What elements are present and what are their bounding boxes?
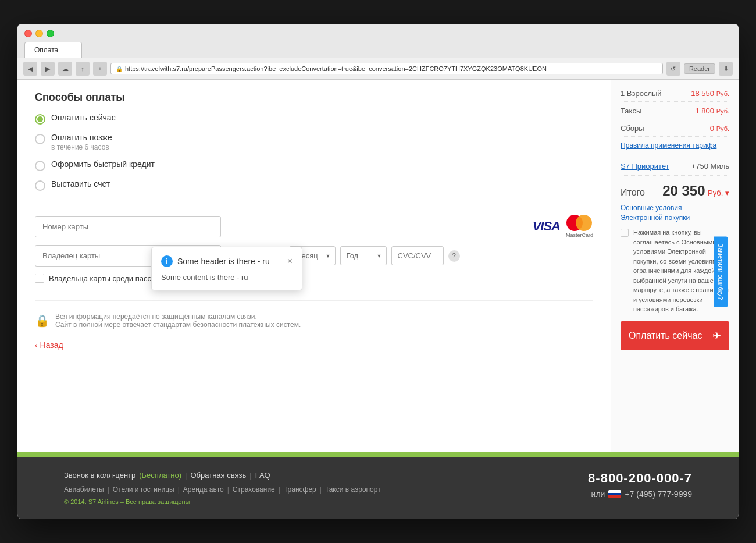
sidebar-checkbox[interactable] [621, 229, 629, 237]
priority-link[interactable]: S7 Приоритет [621, 162, 669, 171]
year-select[interactable]: Год [340, 246, 387, 265]
footer-content: Звонок в колл-центр (Бесплатно) | Обратн… [17, 457, 739, 519]
radio-pay-later[interactable] [35, 134, 45, 144]
payment-option-3[interactable]: Оформить быстрый кредит [35, 159, 593, 171]
cvc-input[interactable] [391, 246, 444, 265]
payment-option-4[interactable]: Выставить счет [35, 179, 593, 191]
adult-price-row: 1 Взрослый 18 550 Руб. [621, 89, 729, 102]
credit-label: Оформить быстрый кредит [51, 159, 155, 169]
conditions-link1[interactable]: Основные условия [621, 204, 729, 212]
footer: Звонок в колл-центр (Бесплатно) | Обратн… [17, 452, 739, 519]
security-line2: Сайт в полной мере отвечает стандартам б… [55, 321, 301, 329]
share-btn[interactable]: ↑ [76, 62, 90, 76]
passenger-checkbox[interactable] [35, 274, 44, 283]
cloud-btn[interactable]: ☁ [58, 62, 72, 76]
pay-button[interactable]: Оплатить сейчас ✈ [621, 321, 729, 350]
reader-btn[interactable]: Reader [684, 63, 715, 74]
section-divider [35, 203, 593, 203]
tooltip-title: Some header is there - ru [177, 257, 270, 266]
feedback-link[interactable]: Обратная связь [191, 471, 247, 480]
tooltip-title-row: i Some header is there - ru [161, 255, 270, 267]
ru-flag-icon [608, 490, 621, 498]
url-bar[interactable]: 🔒 https://travelwith.s7.ru/preparePassen… [110, 63, 663, 74]
radio-credit[interactable] [35, 161, 45, 171]
invoice-label: Выставить счет [51, 179, 110, 189]
nav-taxi[interactable]: Такси в аэропорт [325, 485, 381, 494]
footer-phone-alt: или +7 (495) 777-9999 [588, 489, 692, 499]
taxes-price-row: Таксы 1 800 Руб. [621, 107, 729, 119]
call-center-link[interactable]: Звонок в колл-центр [64, 471, 135, 480]
report-bug-btn[interactable]: Заметили ошибку? [714, 236, 728, 307]
browser-tab[interactable]: Оплата [24, 42, 82, 58]
security-lock-icon: 🔒 [35, 314, 49, 328]
tooltip-content: Some content is there - ru [161, 273, 293, 282]
pay-button-label: Оплатить сейчас [629, 331, 702, 341]
footer-links: Звонок в колл-центр (Бесплатно) | Обратн… [64, 471, 381, 505]
passenger-checkbox-row[interactable]: Владельца карты среди пассажиров н [35, 274, 593, 283]
adult-price: 18 550 Руб. [691, 89, 729, 98]
footer-main-links: Звонок в колл-центр (Бесплатно) | Обратн… [64, 471, 381, 480]
conditions-link2[interactable]: Электронной покупки [621, 214, 729, 222]
adult-label: 1 Взрослый [621, 89, 662, 98]
nav-tickets[interactable]: Авиабилеты [64, 485, 104, 494]
card-number-input[interactable] [35, 216, 221, 237]
nav-hotels[interactable]: Отели и гостиницы [113, 485, 174, 494]
refresh-btn[interactable]: ↺ [666, 62, 680, 76]
mc-circle-right [576, 215, 592, 231]
mastercard-text: MasterCard [566, 232, 593, 238]
pay-arrow-icon: ✈ [712, 329, 721, 342]
conditions-links: Основные условия Электронной покупки [621, 204, 729, 222]
footer-copyright: © 2014. S7 Airlines – Все права защищены [64, 498, 381, 505]
back-nav-btn[interactable]: ◀ [23, 62, 37, 76]
sidebar-checkbox-row: Нажимая на кнопку, вы соглашаетесь с Осн… [621, 228, 729, 314]
faq-link[interactable]: FAQ [255, 471, 270, 480]
total-row: Итого 20 350 Руб. ▾ [621, 183, 729, 199]
section-title: Способы оплаты [35, 91, 593, 104]
tab-title: Оплата [34, 46, 58, 54]
fees-label: Сборы [621, 124, 644, 133]
security-text: Вся информация передаётся по защищённым … [55, 313, 301, 329]
cvc-help-icon[interactable]: ? [448, 250, 460, 262]
pay-later-sub: в течение 6 часов [51, 143, 112, 151]
info-icon: i [161, 255, 173, 267]
phone-alt-number: +7 (495) 777-9999 [625, 489, 692, 499]
maximize-button[interactable] [47, 30, 54, 37]
priority-row: S7 Приоритет +750 Миль [621, 157, 729, 176]
forward-nav-btn[interactable]: ▶ [41, 62, 55, 76]
footer-nav-links: Авиабилеты | Отели и гостиницы | Аренда … [64, 485, 381, 494]
lock-icon: 🔒 [116, 66, 123, 72]
security-info: 🔒 Вся информация передаётся по защищённы… [35, 300, 593, 329]
payment-option-1[interactable]: Оплатить сейчас [35, 113, 593, 125]
radio-invoice[interactable] [35, 180, 45, 191]
security-line1: Вся информация передаётся по защищённым … [55, 313, 301, 321]
phone-alt-label: или [591, 489, 605, 499]
download-btn[interactable]: ⬇ [719, 62, 733, 76]
nav-insurance[interactable]: Страхование [233, 485, 275, 494]
card-logos: VISA MasterCard [533, 215, 593, 238]
total-price: 20 350 [662, 183, 705, 198]
payment-option-2[interactable]: Оплатить позже в течение 6 часов [35, 133, 593, 151]
year-select-wrapper[interactable]: Год [340, 246, 387, 265]
nav-cars[interactable]: Аренда авто [183, 485, 224, 494]
miles-value: +750 Миль [691, 162, 729, 171]
visa-logo: VISA [533, 219, 560, 234]
minimize-button[interactable] [35, 30, 43, 37]
fees-price-row: Сборы 0 Руб. [621, 124, 729, 137]
free-label: (Бесплатно) [139, 471, 181, 480]
fees-price: 0 Руб. [710, 124, 729, 133]
new-tab-btn[interactable]: + [93, 62, 107, 76]
back-link[interactable]: ‹ Назад [35, 340, 593, 350]
tooltip-close-btn[interactable]: × [287, 257, 293, 266]
total-currency[interactable]: Руб. ▾ [708, 189, 729, 197]
close-button[interactable] [24, 30, 32, 37]
mastercard-logo: MasterCard [566, 215, 593, 238]
taxes-price: 1 800 Руб. [696, 107, 730, 115]
total-price-group: 20 350 Руб. ▾ [662, 183, 729, 199]
total-label: Итого [621, 187, 645, 198]
nav-transfer[interactable]: Трансфер [284, 485, 316, 494]
footer-phone-main: 8-800-200-000-7 [588, 471, 692, 486]
tariff-link[interactable]: Правила применения тарифа [621, 141, 729, 150]
tooltip-header: i Some header is there - ru × [161, 255, 293, 267]
pay-later-label: Оплатить позже [51, 133, 112, 142]
radio-pay-now[interactable] [35, 114, 45, 125]
